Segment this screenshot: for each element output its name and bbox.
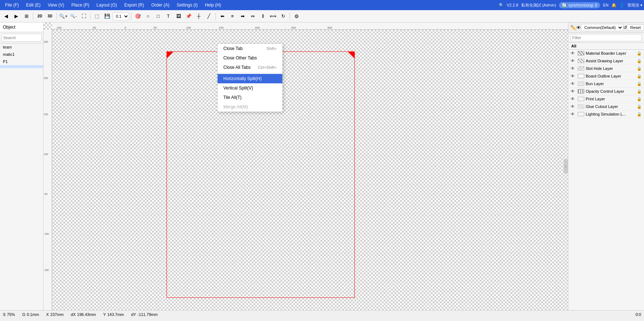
- layer-swatch-assist-drawing: [578, 59, 584, 63]
- lock-icon-bun[interactable]: 🔒: [637, 82, 642, 86]
- lock-icon-assist-drawing[interactable]: 🔒: [637, 59, 642, 63]
- layer-item-glue-cutout: 👁 Glue Cutout Layer 🔒: [568, 103, 644, 111]
- left-panel-object-tab[interactable]: Object: [0, 22, 43, 32]
- eye-icon-bun[interactable]: 👁: [571, 81, 576, 86]
- eye-icon-print[interactable]: 👁: [571, 96, 576, 101]
- context-menu-close-other-tabs[interactable]: Close Other Tabs: [218, 53, 282, 63]
- search-icon[interactable]: 🔍: [499, 3, 504, 8]
- grid-btn[interactable]: ⊞: [22, 12, 31, 21]
- list-item-team[interactable]: team: [0, 43, 43, 51]
- lock-icon-glue-cutout[interactable]: 🔒: [637, 104, 642, 109]
- list-item-matic1[interactable]: matic1: [0, 51, 43, 58]
- more-btn[interactable]: ⚙: [292, 12, 301, 21]
- lock-icon-print[interactable]: 🔒: [637, 97, 642, 101]
- zoom-in-btn[interactable]: 🔍+: [59, 12, 68, 21]
- eye-icon-material-border[interactable]: 👁: [571, 51, 576, 56]
- distribute-v-btn[interactable]: ⇕: [258, 12, 268, 21]
- list-item-p1[interactable]: P1: [0, 58, 43, 65]
- menu-edit[interactable]: Edit (E): [22, 2, 44, 8]
- eye-icon-header[interactable]: 👁: [576, 25, 581, 30]
- eye-icon-opacity-control[interactable]: 👁: [571, 89, 576, 94]
- ruler-tick: 0: [125, 26, 126, 29]
- snap-btn[interactable]: 🎯: [133, 12, 143, 21]
- lock-icon-board-outline[interactable]: 🔒: [637, 74, 642, 79]
- status-g: G 0.1mm: [22, 312, 39, 317]
- user-label: 私有化測試 (Admin): [521, 3, 556, 8]
- layer-swatch-opacity-control: [578, 89, 584, 93]
- status-s-label: S: [3, 312, 5, 317]
- eye-icon-board-outline[interactable]: 👁: [571, 74, 576, 79]
- align-right-btn[interactable]: ➡: [238, 12, 247, 21]
- 2d-btn[interactable]: 2D: [35, 12, 45, 21]
- forward-btn[interactable]: ▶: [12, 12, 21, 21]
- ruler-tick-v: -150: [44, 269, 49, 271]
- select-btn[interactable]: ⬚: [92, 12, 102, 21]
- layer-item-lighting-sim: 👁 Lighting Simulation L... 🔒: [568, 111, 644, 118]
- 3d-btn[interactable]: 3D: [45, 12, 55, 21]
- rect-btn[interactable]: □: [153, 12, 163, 21]
- context-menu-tile-all[interactable]: Tile All(T): [218, 93, 282, 102]
- menu-export[interactable]: Export (R): [121, 2, 148, 8]
- context-menu-vertical-split[interactable]: Vertical Split(V): [218, 83, 282, 93]
- eye-icon-glue-cutout[interactable]: 👁: [571, 104, 576, 109]
- layer-swatch-print: [578, 97, 584, 101]
- fit-btn[interactable]: ⛶: [79, 12, 88, 21]
- menu-order[interactable]: Order (A): [148, 2, 173, 8]
- filter-input[interactable]: [571, 34, 642, 41]
- wire-btn[interactable]: ┼: [194, 12, 203, 21]
- lock-icon-slot-hole[interactable]: 🔒: [637, 66, 642, 71]
- pin-btn[interactable]: 📌: [184, 12, 193, 21]
- back-btn[interactable]: ◀: [1, 12, 11, 21]
- zoom-dropdown[interactable]: 0.10.51: [113, 12, 129, 20]
- layer-name-lighting-sim: Lighting Simulation L...: [586, 112, 635, 116]
- route-btn[interactable]: ╱: [204, 12, 214, 21]
- context-menu-horizontal-split[interactable]: Horizontally Split(H): [218, 74, 282, 83]
- circle-btn[interactable]: ○: [143, 12, 153, 21]
- context-menu-close-all-tabs[interactable]: Close All Tabs Ctrl+Shift+: [218, 63, 282, 72]
- mirror-btn[interactable]: ⟺: [268, 12, 278, 21]
- eye-icon-lighting-sim[interactable]: 👁: [571, 112, 576, 117]
- rotate-btn[interactable]: ↻: [278, 12, 288, 21]
- horizontal-split-label: Horizontally Split(H): [223, 76, 262, 81]
- lang-label[interactable]: EN: [603, 3, 609, 7]
- lock-icon-lighting-sim[interactable]: 🔒: [637, 112, 642, 117]
- filter-row: [568, 33, 644, 43]
- align-left-btn[interactable]: ⬅: [218, 12, 227, 21]
- lock-icon-opacity-control[interactable]: 🔒: [637, 89, 642, 94]
- text-btn[interactable]: T: [164, 12, 173, 21]
- notification-icon[interactable]: 🔔: [611, 3, 616, 8]
- eye-icon-assist-drawing[interactable]: 👁: [571, 58, 576, 63]
- menu-settings[interactable]: Settings (I): [173, 2, 201, 8]
- preset-select[interactable]: Common(Default): [581, 24, 623, 31]
- close-other-tabs-label: Close Other Tabs: [223, 55, 257, 61]
- menu-help[interactable]: Help (H): [201, 2, 225, 8]
- menu-layout[interactable]: Layout (O): [93, 2, 121, 8]
- main-layout: Object team matic1 P1 🏠 Start Page 📄 P1.…: [0, 22, 644, 310]
- reset-button[interactable]: Reset: [627, 24, 644, 31]
- image-btn[interactable]: 🖼: [174, 12, 183, 21]
- save-btn[interactable]: 💾: [102, 12, 112, 21]
- refresh-icon[interactable]: ↺: [623, 25, 627, 30]
- align-center-btn[interactable]: ≡: [228, 12, 237, 21]
- close-all-tabs-shortcut: Ctrl+Shift+: [258, 65, 277, 70]
- search-input[interactable]: [1, 34, 42, 42]
- avatar[interactable]: 👤: [619, 3, 624, 8]
- status-s-value: 75%: [7, 312, 15, 317]
- menu-place[interactable]: Place (P): [68, 2, 93, 8]
- eye-icon-slot-hole[interactable]: 👁: [571, 66, 576, 71]
- menu-file[interactable]: File (F): [1, 2, 22, 8]
- collapse-handle[interactable]: ‹: [564, 159, 568, 174]
- status-g-label: G: [22, 312, 25, 317]
- lock-icon-material-border[interactable]: 🔒: [637, 51, 642, 56]
- layer-name-assist-drawing: Assist Drawing Layer: [586, 59, 635, 63]
- list-item-blank[interactable]: [0, 65, 43, 68]
- menu-view[interactable]: View (V): [44, 2, 68, 8]
- context-menu-close-tab[interactable]: Close Tab Shift+: [218, 44, 282, 53]
- distribute-h-btn[interactable]: ⇔: [248, 12, 257, 21]
- ruler-tick: 150: [219, 26, 223, 29]
- layer-name-slot-hole: Slot Hole Layer: [586, 66, 635, 71]
- pen-icon[interactable]: ✏️: [571, 25, 576, 30]
- zoom-out-btn[interactable]: 🔍-: [69, 12, 78, 21]
- sep3: [90, 13, 91, 20]
- layer-swatch-slot-hole: [578, 66, 584, 71]
